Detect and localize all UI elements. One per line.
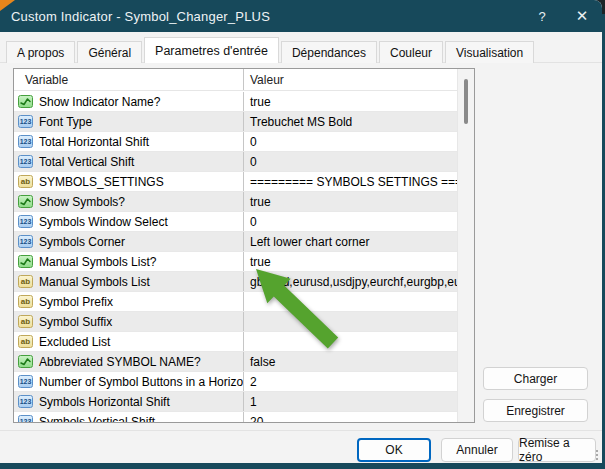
- variable-name: Excluded List: [39, 335, 110, 349]
- enregistrer-button[interactable]: Enregistrer: [483, 399, 588, 422]
- variable-cell: 123Symbols Corner: [14, 232, 244, 251]
- parameter-row[interactable]: abSymbol Prefix: [14, 292, 457, 312]
- variable-cell: 123Font Type: [14, 112, 244, 131]
- tab-parametres-d-entr-e[interactable]: Parametres d'entrée: [144, 37, 279, 63]
- int-type-icon: 123: [18, 235, 33, 248]
- footer-divider: [0, 430, 602, 431]
- variable-cell: Show Symbols?: [14, 192, 244, 211]
- variable-name: Symbols Window Select: [39, 215, 168, 229]
- variable-cell: abSymbol Suffix: [14, 312, 244, 331]
- tab-a-propos[interactable]: A propos: [6, 41, 75, 63]
- charger-button[interactable]: Charger: [483, 367, 588, 390]
- variable-cell: 123Symbols Horizontal Shift: [14, 392, 244, 411]
- variable-name: Show Symbols?: [39, 195, 125, 209]
- value-cell[interactable]: 2: [244, 372, 457, 391]
- parameter-row[interactable]: abSymbol Suffix: [14, 312, 457, 332]
- ok-button[interactable]: OK: [357, 438, 431, 462]
- int-type-icon: 123: [18, 155, 33, 168]
- parameter-row[interactable]: 123Total Horizontal Shift0: [14, 132, 457, 152]
- screen: Custom Indicator - Symbol_Changer_PLUS ?…: [0, 0, 605, 469]
- bool-type-icon: [18, 95, 33, 108]
- variable-cell: Manual Symbols List?: [14, 252, 244, 271]
- parameter-row[interactable]: 123Total Vertical Shift0: [14, 152, 457, 172]
- value-cell[interactable]: Left lower chart corner: [244, 232, 457, 251]
- value-cell[interactable]: 0: [244, 212, 457, 231]
- value-cell[interactable]: true: [244, 192, 457, 211]
- value-cell[interactable]: false: [244, 352, 457, 371]
- parameter-row[interactable]: abSYMBOLS_SETTINGS========= SYMBOLS SETT…: [14, 172, 457, 192]
- variable-cell: 123Symbols Window Select: [14, 212, 244, 231]
- parameter-row[interactable]: 123Symbols Window Select0: [14, 212, 457, 232]
- int-type-icon: 123: [18, 115, 33, 128]
- int-type-icon: 123: [18, 215, 33, 228]
- string-type-icon: ab: [18, 335, 33, 348]
- int-type-icon: 123: [18, 135, 33, 148]
- scrollbar-thumb[interactable]: [464, 79, 468, 124]
- parameter-row[interactable]: 123Symbols Horizontal Shift1: [14, 392, 457, 412]
- value-cell[interactable]: 1: [244, 392, 457, 411]
- value-cell[interactable]: [244, 312, 457, 331]
- value-cell[interactable]: 0: [244, 152, 457, 171]
- variable-cell: 123Total Vertical Shift: [14, 152, 244, 171]
- table-header: Variable Valeur: [14, 69, 474, 91]
- value-cell[interactable]: [244, 292, 457, 311]
- title-bar[interactable]: Custom Indicator - Symbol_Changer_PLUS ?…: [0, 0, 602, 32]
- variable-cell: Show Indicator Name?: [14, 92, 244, 111]
- parameter-row[interactable]: 123Symbols CornerLeft lower chart corner: [14, 232, 457, 252]
- window-title: Custom Indicator - Symbol_Changer_PLUS: [0, 9, 270, 24]
- variable-name: Symbols Horizontal Shift: [39, 395, 170, 409]
- int-type-icon: 123: [18, 395, 33, 408]
- value-cell[interactable]: true: [244, 92, 457, 111]
- variable-cell: 123Symbols Vertical Shift: [14, 412, 244, 422]
- variable-name: Abbreviated SYMBOL NAME?: [39, 355, 201, 369]
- parameter-row[interactable]: 123Symbols Vertical Shift20: [14, 412, 457, 422]
- parameter-row[interactable]: 123Number of Symbol Buttons in a Horizon…: [14, 372, 457, 392]
- column-header-variable: Variable: [14, 69, 244, 90]
- close-icon[interactable]: ✕: [566, 0, 598, 32]
- variable-name: Total Horizontal Shift: [39, 135, 149, 149]
- vertical-scrollbar[interactable]: [457, 69, 474, 422]
- column-header-valeur: Valeur: [244, 69, 474, 90]
- value-cell[interactable]: ========= SYMBOLS SETTINGS =====...: [244, 172, 457, 191]
- variable-cell: abExcluded List: [14, 332, 244, 351]
- parameter-row[interactable]: Show Symbols?true: [14, 192, 457, 212]
- string-type-icon: ab: [18, 295, 33, 308]
- variable-cell: abSYMBOLS_SETTINGS: [14, 172, 244, 191]
- bool-type-icon: [18, 355, 33, 368]
- background-window-corner: [0, 0, 15, 11]
- parameter-row[interactable]: Abbreviated SYMBOL NAME?false: [14, 352, 457, 372]
- variable-cell: abSymbol Prefix: [14, 292, 244, 311]
- variable-name: Show Indicator Name?: [39, 95, 160, 109]
- parameter-row[interactable]: abManual Symbols Listgbpusd,eurusd,usdjp…: [14, 272, 457, 292]
- variable-cell: abManual Symbols List: [14, 272, 244, 291]
- parameters-table: Variable Valeur Show Indicator Name?true…: [13, 68, 475, 423]
- value-cell[interactable]: [244, 332, 457, 351]
- help-icon[interactable]: ?: [526, 0, 558, 32]
- tab-g-n-ral[interactable]: Général: [77, 41, 142, 63]
- value-cell[interactable]: 20: [244, 412, 457, 422]
- parameter-row[interactable]: 123Font TypeTrebuchet MS Bold: [14, 112, 457, 132]
- parameter-row[interactable]: Manual Symbols List?true: [14, 252, 457, 272]
- variable-name: Number of Symbol Buttons in a Horizon...: [39, 375, 244, 389]
- variable-cell: 123Total Horizontal Shift: [14, 132, 244, 151]
- parameter-row[interactable]: Show Indicator Name?true: [14, 92, 457, 112]
- string-type-icon: ab: [18, 175, 33, 188]
- value-cell[interactable]: 0: [244, 132, 457, 151]
- variable-name: Symbols Vertical Shift: [39, 415, 155, 423]
- tab-couleur[interactable]: Couleur: [379, 41, 443, 63]
- tab-d-pendances[interactable]: Dépendances: [281, 41, 377, 63]
- value-cell[interactable]: gbpusd,eurusd,usdjpy,eurchf,eurgbp,eurjp…: [244, 272, 457, 291]
- variable-name: Manual Symbols List?: [39, 255, 156, 269]
- value-cell[interactable]: true: [244, 252, 457, 271]
- int-type-icon: 123: [18, 375, 33, 388]
- value-cell[interactable]: Trebuchet MS Bold: [244, 112, 457, 131]
- tab-bar: A proposGénéralParametres d'entréeDépend…: [6, 37, 536, 63]
- variable-name: Symbol Prefix: [39, 295, 113, 309]
- annuler-button[interactable]: Annuler: [441, 438, 513, 462]
- remise-a-z-ro-button[interactable]: Remise a zéro: [518, 438, 596, 462]
- variable-name: SYMBOLS_SETTINGS: [39, 175, 164, 189]
- variable-name: Symbol Suffix: [39, 315, 112, 329]
- string-type-icon: ab: [18, 315, 33, 328]
- tab-visualisation[interactable]: Visualisation: [445, 41, 534, 63]
- parameter-row[interactable]: abExcluded List: [14, 332, 457, 352]
